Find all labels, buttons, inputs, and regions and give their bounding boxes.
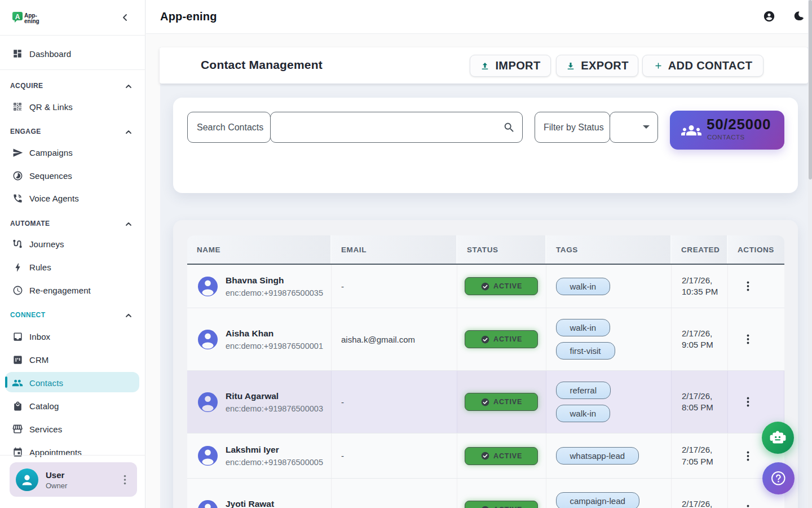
svg-text:A: A — [15, 13, 20, 21]
